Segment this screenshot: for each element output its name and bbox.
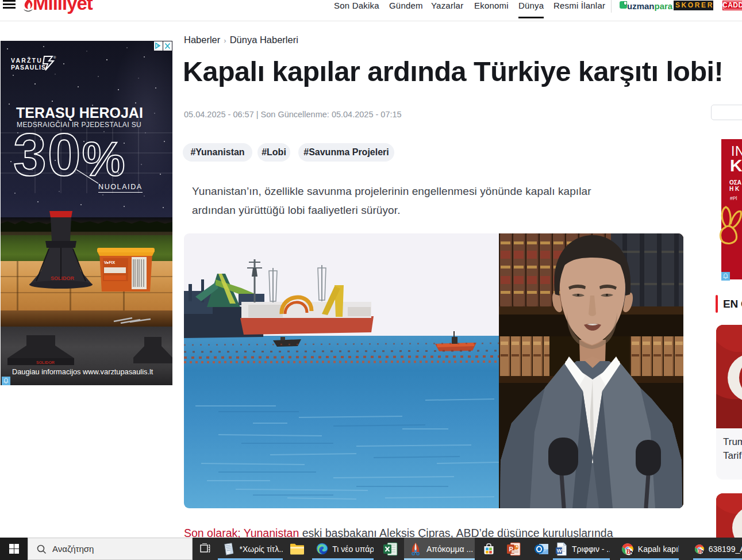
svg-text:SOLIDOR: SOLIDOR bbox=[36, 360, 55, 365]
svg-text:VARŽTU: VARŽTU bbox=[11, 57, 43, 64]
svg-text:N: N bbox=[630, 549, 634, 555]
svg-text:PASAULIS: PASAULIS bbox=[11, 64, 46, 71]
svg-text:W: W bbox=[557, 548, 562, 554]
svg-text:SOLIDOR: SOLIDOR bbox=[51, 275, 75, 281]
svg-text:V▸FIX: V▸FIX bbox=[104, 260, 115, 264]
svg-text:®: ® bbox=[53, 56, 56, 59]
svg-text:N: N bbox=[701, 549, 705, 554]
